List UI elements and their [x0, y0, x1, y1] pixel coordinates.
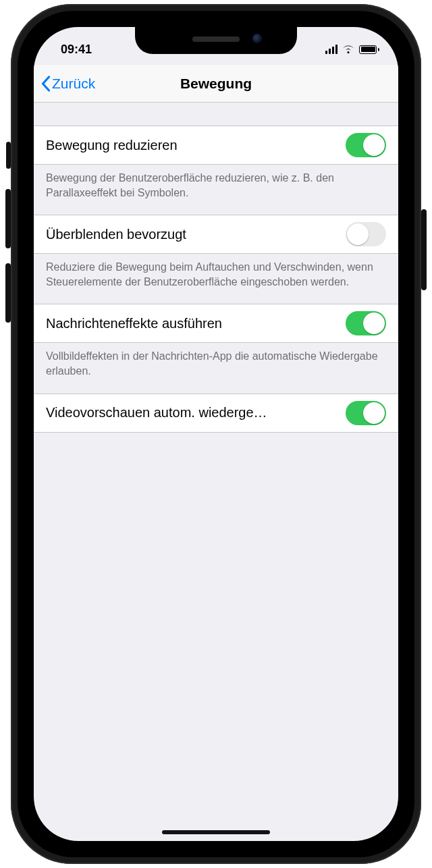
row-message-effects[interactable]: Nachrichteneffekte ausführen: [34, 304, 398, 343]
back-button[interactable]: Zurück: [40, 65, 95, 102]
switch-prefer-crossfade[interactable]: [346, 222, 386, 246]
canvas: 09:41: [0, 0, 432, 868]
screen: 09:41: [34, 27, 398, 841]
footer-prefer-crossfade: Reduziere die Bewegung beim Auftauchen u…: [34, 254, 398, 304]
device-frame: 09:41: [11, 4, 421, 864]
switch-video-previews[interactable]: [346, 401, 386, 425]
group-video-previews: Videovorschauen autom. wiederge…: [34, 394, 398, 433]
cellular-signal-icon: [325, 45, 338, 54]
home-indicator[interactable]: [162, 830, 270, 834]
device-power-button: [421, 209, 427, 290]
device-mute-switch: [6, 142, 11, 169]
row-label-video-previews: Videovorschauen autom. wiederge…: [46, 405, 267, 421]
page-title: Bewegung: [180, 76, 252, 92]
row-prefer-crossfade[interactable]: Überblenden bevorzugt: [34, 215, 398, 254]
row-label-reduce-motion: Bewegung reduzieren: [46, 138, 178, 153]
row-video-previews[interactable]: Videovorschauen autom. wiederge…: [34, 394, 398, 433]
footer-message-effects: Vollbildeffekten in der Nachrichten-App …: [34, 343, 398, 393]
group-reduce-motion: Bewegung reduzieren Bewegung der Benutze…: [34, 126, 398, 215]
row-label-prefer-crossfade: Überblenden bevorzugt: [46, 227, 186, 242]
switch-reduce-motion[interactable]: [346, 133, 386, 157]
device-bezel: 09:41: [18, 11, 414, 857]
status-right: [325, 38, 379, 54]
group-prefer-crossfade: Überblenden bevorzugt Reduziere die Bewe…: [34, 215, 398, 304]
device-volume-up: [5, 189, 11, 248]
row-label-message-effects: Nachrichteneffekte ausführen: [46, 316, 222, 331]
battery-icon: [359, 45, 379, 54]
status-time: 09:41: [57, 36, 92, 57]
footer-reduce-motion: Bewegung der Benutzeroberfläche reduzier…: [34, 165, 398, 215]
device-volume-down: [5, 263, 11, 323]
nav-bar: Zurück Bewegung: [34, 65, 398, 103]
chevron-left-icon: [40, 76, 51, 92]
device-notch: [135, 27, 297, 54]
row-reduce-motion[interactable]: Bewegung reduzieren: [34, 126, 398, 165]
switch-message-effects[interactable]: [346, 311, 386, 335]
back-label: Zurück: [52, 76, 95, 92]
wifi-icon: [342, 45, 355, 54]
group-message-effects: Nachrichteneffekte ausführen Vollbildeff…: [34, 304, 398, 393]
